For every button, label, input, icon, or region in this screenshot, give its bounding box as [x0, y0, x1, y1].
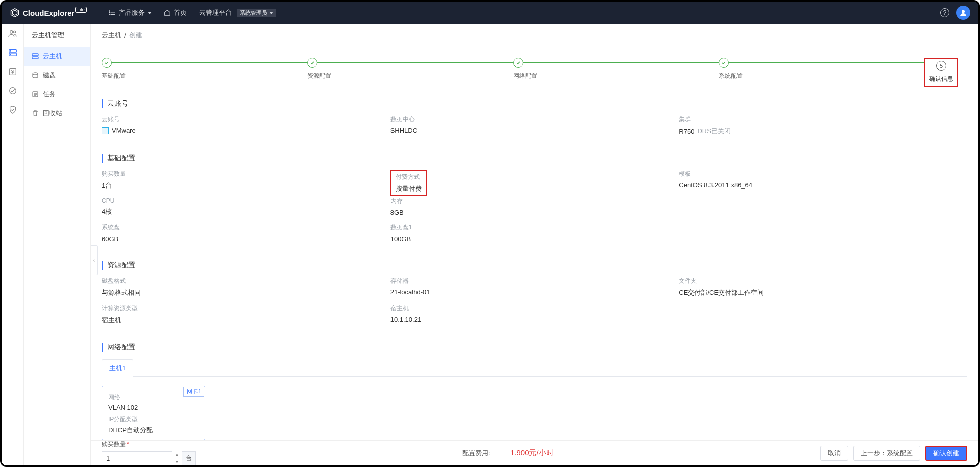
confirm-create-button[interactable]: 确认创建 — [925, 446, 967, 461]
cancel-button[interactable]: 取消 — [820, 446, 848, 461]
section-resource: 资源配置 磁盘格式 与源格式相同 存储器 21-localhd-01 — [102, 261, 967, 332]
check-circle-icon — [719, 58, 729, 68]
qty-stepper[interactable]: ▲ ▼ 台 — [102, 451, 196, 465]
field-value: 按量付费 — [396, 184, 422, 193]
step-2: 资源配置 — [307, 58, 513, 80]
field-label: 系统盘 — [102, 223, 390, 232]
host-tab-1[interactable]: 主机1 — [102, 359, 133, 377]
field-label: IP分配类型 — [108, 415, 199, 424]
field-label: 购买数量 — [102, 170, 390, 178]
qty-up-button[interactable]: ▲ — [172, 451, 182, 458]
help-icon[interactable]: ? — [940, 8, 949, 17]
field-label: CPU — [102, 197, 390, 204]
section-title: 云账号 — [102, 99, 967, 108]
brand-lite-badge: Lite — [75, 7, 87, 13]
svg-point-14 — [10, 54, 10, 55]
svg-point-19 — [33, 73, 38, 75]
sidebar-item-task[interactable]: 任务 — [24, 85, 90, 104]
field-value: SHHLDC — [390, 127, 679, 134]
nav-product-services-label: 产品服务 — [119, 8, 145, 17]
rail-users-icon[interactable] — [8, 29, 18, 39]
section-basic: 基础配置 购买数量 1台 付费方式 按量付费 — [102, 154, 967, 250]
sidebar-title: 云主机管理 — [24, 24, 90, 47]
section-network: 网络配置 主机1 网卡1 网络 VLAN 102 IP分配类型 DHCP自动分配 — [102, 343, 967, 440]
qty-label: 购买数量* — [102, 440, 196, 449]
field-value: 21-localhd-01 — [390, 288, 679, 296]
svg-point-16 — [9, 88, 16, 94]
role-pill[interactable]: 系统管理员 — [237, 9, 276, 17]
chevron-down-icon — [269, 12, 273, 14]
breadcrumb-current: 创建 — [129, 31, 142, 40]
chevron-down-icon — [148, 12, 152, 14]
field-label: 模板 — [679, 170, 967, 178]
svg-point-6 — [109, 12, 110, 13]
step-label: 系统配置 — [719, 72, 924, 80]
step-label: 基础配置 — [102, 72, 307, 80]
svg-point-10 — [13, 31, 15, 33]
field-label: 数据盘1 — [390, 223, 679, 232]
field-value: CE交付部/CE交付部工作空间 — [679, 288, 967, 297]
field-label: 付费方式 — [396, 173, 422, 181]
sidebar-item-vm[interactable]: 云主机 — [24, 47, 90, 66]
svg-rect-18 — [32, 57, 38, 59]
sidebar-item-label: 磁盘 — [43, 71, 56, 80]
step-5-highlight-box: 5 确认信息 — [924, 58, 958, 87]
field-value: VMware — [102, 127, 390, 134]
field-label: 宿主机 — [390, 304, 679, 313]
nav-home[interactable]: 首页 — [164, 8, 187, 17]
step-4: 系统配置 — [719, 58, 924, 80]
field-value: DHCP自动分配 — [108, 426, 199, 435]
svg-point-7 — [109, 14, 110, 15]
field-label: 云账号 — [102, 115, 390, 124]
sidebar: 云主机管理 云主机 磁盘 任务 回收站 — [24, 24, 91, 465]
field-value: 60GB — [102, 235, 390, 243]
field-label: 磁盘格式 — [102, 277, 390, 285]
field-value: 与源格式相同 — [102, 288, 390, 297]
user-avatar[interactable] — [956, 6, 970, 20]
rail-billing-icon[interactable] — [8, 67, 18, 77]
step-indicator: 基础配置 资源配置 网络配置 系统配置 — [102, 58, 967, 87]
section-title: 基础配置 — [102, 154, 967, 163]
brand-logo[interactable]: CloudExplorer Lite — [10, 8, 89, 18]
nav-home-label: 首页 — [174, 8, 187, 17]
rail-ops-icon[interactable] — [8, 86, 18, 96]
qty-input[interactable] — [102, 451, 172, 465]
check-circle-icon — [513, 58, 523, 68]
prev-step-button[interactable]: 上一步：系统配置 — [853, 446, 920, 461]
disk-icon — [32, 72, 39, 79]
check-circle-icon — [102, 58, 112, 68]
list-icon — [109, 9, 116, 16]
brand-name: CloudExplorer — [23, 9, 74, 17]
nav-product-services[interactable]: 产品服务 — [109, 8, 152, 17]
nic-badge: 网卡1 — [183, 387, 204, 397]
cost-value: 1.900元/小时 — [510, 448, 554, 458]
section-title: 资源配置 — [102, 261, 967, 270]
billing-highlight-box: 付费方式 按量付费 — [390, 170, 427, 196]
user-icon — [959, 9, 967, 17]
nav-platform-label: 云管理平台 — [199, 8, 232, 17]
step-5: 5 确认信息 — [924, 58, 967, 87]
logo-hex-icon — [10, 8, 20, 18]
sidebar-item-trash[interactable]: 回收站 — [24, 104, 90, 123]
field-value: 8GB — [390, 209, 679, 216]
breadcrumb-root[interactable]: 云主机 — [102, 31, 121, 40]
svg-marker-1 — [12, 10, 17, 15]
field-value: 100GB — [390, 235, 679, 243]
field-label: 内存 — [390, 197, 679, 206]
rail-security-icon[interactable] — [8, 105, 18, 115]
task-icon — [32, 91, 39, 98]
cost-label: 配置费用: — [462, 449, 490, 458]
field-label: 计算资源类型 — [102, 304, 390, 313]
rail-server-icon[interactable] — [8, 48, 18, 58]
left-rail — [2, 24, 24, 465]
step-3: 网络配置 — [513, 58, 719, 80]
footer-bar: 购买数量* ▲ ▼ 台 配置费用: 1.900元/小时 — [91, 440, 978, 465]
section-title: 网络配置 — [102, 343, 967, 352]
home-icon — [164, 9, 171, 16]
sidebar-item-disk[interactable]: 磁盘 — [24, 66, 90, 85]
qty-down-button[interactable]: ▼ — [172, 458, 182, 465]
step-number-icon: 5 — [936, 61, 946, 71]
field-value: 10.1.10.21 — [390, 316, 679, 323]
nav-platform[interactable]: 云管理平台 系统管理员 — [199, 8, 276, 17]
field-value: 宿主机 — [102, 316, 390, 325]
